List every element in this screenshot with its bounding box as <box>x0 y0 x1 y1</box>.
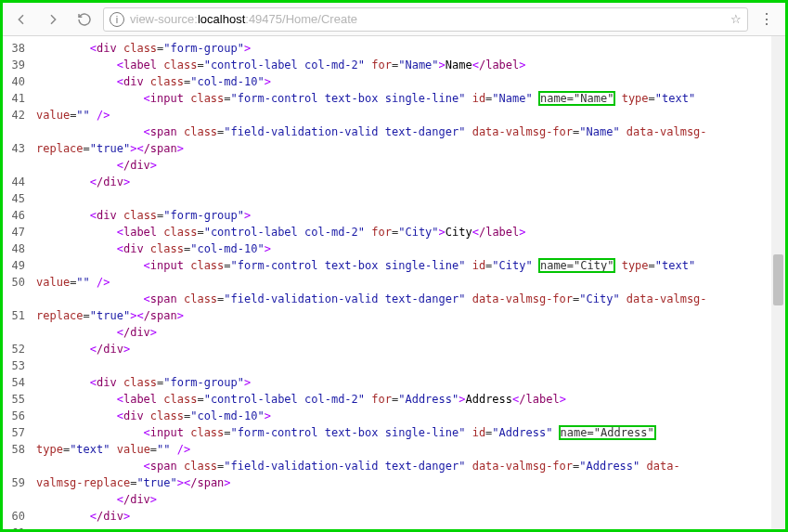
line-number: 52 <box>3 341 31 357</box>
highlight-name-attr: name="Name" <box>539 92 614 105</box>
line-number <box>3 123 31 140</box>
info-icon[interactable]: i <box>110 12 124 27</box>
source-viewer: 3839404142 43 44454647484950 51 52535455… <box>3 36 785 529</box>
line-number: 50 <box>3 274 31 291</box>
forward-button[interactable] <box>40 6 66 32</box>
line-number: 53 <box>3 357 31 374</box>
line-number: 43 <box>3 140 31 157</box>
line-number: 42 <box>3 107 31 123</box>
line-number: 60 <box>3 508 31 525</box>
line-number <box>3 458 31 474</box>
line-number: 38 <box>3 40 31 57</box>
line-number <box>3 157 31 174</box>
address-bar[interactable]: i view-source:localhost:49475/Home/Creat… <box>103 7 748 32</box>
scrollbar-track[interactable] <box>771 36 785 529</box>
line-number <box>3 291 31 307</box>
line-number: 56 <box>3 408 31 424</box>
source-code: <div class="form-group"> <label class="c… <box>31 36 771 529</box>
line-number: 44 <box>3 174 31 190</box>
line-number: 49 <box>3 257 31 274</box>
line-number: 59 <box>3 474 31 491</box>
line-number: 45 <box>3 190 31 207</box>
line-number: 40 <box>3 73 31 90</box>
reload-button[interactable] <box>71 6 97 32</box>
line-number <box>3 491 31 508</box>
line-number: 58 <box>3 441 31 458</box>
highlight-address-attr: name="Address" <box>560 426 655 439</box>
scrollbar-thumb[interactable] <box>773 254 783 305</box>
line-number: 51 <box>3 307 31 324</box>
highlight-city-attr: name="City" <box>539 259 614 272</box>
line-number: 47 <box>3 224 31 240</box>
line-number: 61 <box>3 525 31 529</box>
line-number <box>3 324 31 341</box>
back-button[interactable] <box>8 6 34 32</box>
line-gutter: 3839404142 43 44454647484950 51 52535455… <box>3 36 31 529</box>
browser-toolbar: i view-source:localhost:49475/Home/Creat… <box>3 3 785 36</box>
line-number: 46 <box>3 207 31 224</box>
line-number: 55 <box>3 391 31 408</box>
line-number: 39 <box>3 57 31 73</box>
url: view-source:localhost:49475/Home/Create <box>130 12 357 26</box>
bookmark-icon[interactable]: ☆ <box>730 12 742 26</box>
line-number: 48 <box>3 240 31 257</box>
line-number: 41 <box>3 90 31 107</box>
line-number: 57 <box>3 424 31 441</box>
menu-button[interactable]: ⋮ <box>754 6 780 32</box>
line-number: 54 <box>3 374 31 391</box>
